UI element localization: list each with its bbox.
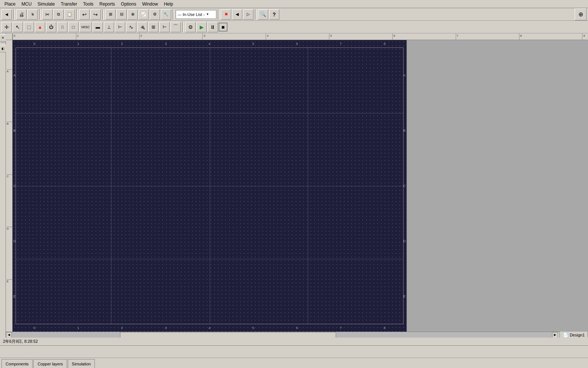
view-all-button[interactable]: ⊞ <box>105 9 116 20</box>
menu-window[interactable]: Window <box>139 1 161 7</box>
fl-bot-7: 7 <box>340 326 342 330</box>
crosshair-button[interactable]: ✛ <box>1 22 12 32</box>
scroll-thumb-h[interactable] <box>120 332 336 338</box>
menu-reports[interactable]: Reports <box>96 1 118 7</box>
redo-button[interactable]: ↪ <box>90 9 101 20</box>
cut-button[interactable]: ✂ <box>42 9 53 20</box>
debug2-button[interactable]: ◀ <box>232 9 242 20</box>
tab-simulation-label: Simulation <box>72 362 91 366</box>
stop-button[interactable]: ■ <box>219 23 227 32</box>
tab-components[interactable]: Components <box>1 359 33 368</box>
chip-pin-btn[interactable]: ⚙ <box>150 9 160 20</box>
select-button[interactable]: ↖ <box>13 22 23 32</box>
ruler-v: A B C D E <box>6 40 13 332</box>
debug1-button[interactable]: ✖ <box>221 9 231 20</box>
fl-bot-2: 2 <box>121 326 123 330</box>
menu-transfer[interactable]: Transfer <box>58 1 80 7</box>
wire-button[interactable]: ⎍ <box>57 22 67 32</box>
tick-5: 5 <box>329 33 332 40</box>
fl-bot-8: 8 <box>383 326 385 330</box>
sep4 <box>102 9 104 20</box>
in-use-list-dropdown[interactable]: --- In-Use List - ▼ <box>176 10 216 19</box>
tick-7: 7 <box>456 33 458 40</box>
tab-copper-layers[interactable]: Copper layers <box>33 359 67 368</box>
misc-button[interactable]: MISC <box>79 22 92 32</box>
trace-button[interactable]: ∿ <box>126 22 136 32</box>
terminal-button[interactable]: ⊥ <box>104 22 114 32</box>
print-button[interactable]: 🖨 <box>16 9 27 20</box>
component-button[interactable]: ⬚ <box>24 22 34 32</box>
fl-top-3: 3 <box>165 42 167 46</box>
sidebar-panel-btn[interactable]: ◐ <box>0 45 7 52</box>
tick-1: 1 <box>76 33 79 40</box>
tick-3: 3 <box>202 33 205 40</box>
fl-top-0: 0 <box>34 42 36 46</box>
block-button[interactable]: ▬ <box>93 22 103 32</box>
tick-8: 8 <box>519 33 522 40</box>
menu-simulate[interactable]: Simulate <box>34 1 58 7</box>
drawing-area[interactable]: 0 1 2 3 4 5 6 7 8 0 1 2 <box>13 40 406 332</box>
scroll-left-btn[interactable]: ◀ <box>1 9 12 20</box>
zoom-button[interactable]: ⊕ <box>127 9 138 20</box>
print-preview-button[interactable]: 🖱 <box>27 9 38 20</box>
toolbar2: ✛ ↖ ⬚ ▲ ⏻ ⎍ □ MISC ▬ ⊥ ⊢ ∿ 🔌 ⊞ ⊢ ⌒ ⚙ ▶ ⏸… <box>0 21 588 33</box>
connect-button[interactable]: ⊞ <box>148 22 159 32</box>
run-button[interactable]: ▶ <box>196 22 207 32</box>
box-button[interactable]: □ <box>68 22 79 32</box>
fl-right-a: A <box>403 73 406 77</box>
cross-v-1 <box>111 47 112 324</box>
ruler-h: 0 1 2 3 4 5 6 7 8 9 <box>13 33 588 40</box>
dropdown-arrow-icon: ▼ <box>206 13 209 16</box>
pin-button[interactable]: ⊢ <box>115 22 125 32</box>
toolbar1: ◀ 🖨 🖱 ✂ ⧉ 📋 ↩ ↪ ⊞ ⊟ ⊕ 📈 ⚙ 🔧 --- In-Use L… <box>0 8 588 21</box>
ruler-corner <box>6 33 13 40</box>
sidebar-close-btn[interactable]: ✕ <box>0 34 7 42</box>
horizontal-scrollbar[interactable]: ◀ ▶ 📄 Design1 <box>6 332 588 338</box>
sep6 <box>218 9 219 20</box>
design1-tab-icon: 📄 <box>563 332 568 338</box>
help-button[interactable]: ? <box>269 9 279 20</box>
bottom-tab-bar: Components Copper layers Simulation <box>0 358 588 368</box>
toolbar-rows: ◀ 🖨 🖱 ✂ ⧉ 📋 ↩ ↪ ⊞ ⊟ ⊕ 📈 ⚙ 🔧 --- In-Use L… <box>0 8 588 33</box>
menu-help[interactable]: Help <box>161 1 176 7</box>
chart-btn[interactable]: 📈 <box>139 9 149 20</box>
paste-button[interactable]: 📋 <box>64 9 75 20</box>
debug3-button[interactable]: ▷ <box>243 9 253 20</box>
properties-btn[interactable]: 🔧 <box>161 9 171 20</box>
timestamp-label: 2年6月9日, 8:28:52 <box>3 339 38 344</box>
scroll-track-h[interactable] <box>12 332 552 338</box>
marker-button[interactable]: ▲ <box>35 22 45 32</box>
tab-simulation[interactable]: Simulation <box>68 359 95 368</box>
scroll-right-button[interactable]: ▶ <box>552 332 558 338</box>
fl-right-c: C <box>403 184 406 188</box>
scroll-left-button[interactable]: ◀ <box>6 332 12 338</box>
node-button[interactable]: ⊢ <box>159 22 170 32</box>
power-button[interactable]: ⏻ <box>46 22 56 32</box>
pause-button[interactable]: ⏸ <box>207 22 218 32</box>
tab-copper-layers-label: Copper layers <box>37 362 63 366</box>
frame-labels-top: 0 1 2 3 4 5 6 7 8 <box>13 42 406 46</box>
ruler-row: 0 1 2 3 4 5 6 7 8 9 <box>6 33 588 40</box>
gear-button[interactable]: ⚙ <box>185 22 196 32</box>
sep3 <box>76 9 78 20</box>
search-button[interactable]: 🔍 <box>258 9 268 20</box>
vtick-b: B <box>7 122 13 125</box>
fl-bot-4: 4 <box>209 326 210 330</box>
design1-tab-label: Design1 <box>570 333 585 337</box>
menu-options[interactable]: Options <box>118 1 139 7</box>
menu-tools[interactable]: Tools <box>80 1 96 7</box>
menubar: Place MCU Simulate Transfer Tools Report… <box>0 0 588 8</box>
sidebar-sep <box>1 42 5 43</box>
menu-mcu[interactable]: MCU <box>19 1 34 7</box>
tick-6: 6 <box>392 33 395 40</box>
arc-button[interactable]: ⌒ <box>170 22 181 32</box>
copy-button[interactable]: ⧉ <box>53 9 64 20</box>
undo-button[interactable]: ↩ <box>79 9 90 20</box>
fl-left-e: E <box>13 295 16 298</box>
probe-button[interactable]: 🔌 <box>137 22 147 32</box>
app: Place MCU Simulate Transfer Tools Report… <box>0 0 588 368</box>
menu-place[interactable]: Place <box>1 1 19 7</box>
zoom-in-corner-button[interactable]: ⊕ <box>575 9 587 20</box>
grid-view-button[interactable]: ⊟ <box>116 9 127 20</box>
bottom-area: 2年6月9日, 8:28:52 Components Copper layers… <box>0 338 588 368</box>
